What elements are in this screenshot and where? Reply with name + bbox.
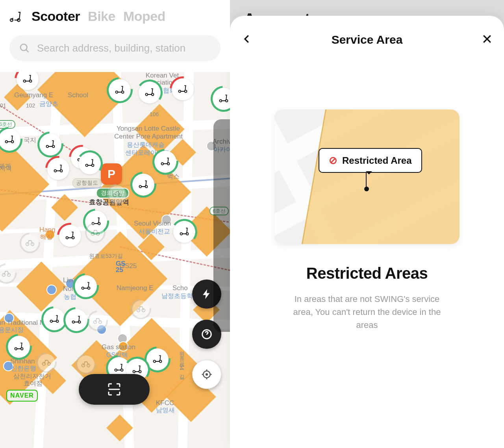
scooter-pin[interactable] — [43, 308, 65, 330]
map-screen: Scooter Bike Moped — [0, 0, 230, 448]
svg-point-39 — [154, 360, 156, 363]
svg-point-51 — [2, 273, 6, 276]
svg-point-7 — [146, 93, 148, 96]
svg-point-57 — [43, 362, 46, 365]
svg-point-59 — [82, 364, 85, 367]
map-canvas[interactable]: Geumyang E 금양초 School Korean Vet ciation… — [0, 72, 230, 448]
tooltip-label: Restricted Area — [342, 155, 412, 166]
svg-point-42 — [121, 369, 123, 371]
close-icon[interactable] — [481, 33, 493, 46]
svg-point-20 — [60, 170, 63, 172]
scooter-pin[interactable] — [0, 129, 20, 151]
tab-moped[interactable]: Moped — [123, 9, 165, 24]
svg-point-18 — [92, 164, 94, 167]
scooter-pin[interactable] — [39, 133, 61, 156]
map-label-kr: 서울비전교 — [139, 228, 170, 235]
bottom-sheet: Service Area ⊘ Restricted Area Restricte… — [230, 16, 504, 448]
svg-point-56 — [99, 320, 102, 324]
scooter-pin[interactable] — [154, 151, 176, 173]
map-label: Geumyang E — [14, 92, 53, 99]
tab-scooter[interactable]: Scooter — [32, 9, 80, 24]
svg-point-50 — [96, 232, 100, 235]
svg-point-3 — [116, 91, 118, 93]
info-title: Restricted Areas — [241, 265, 493, 282]
scooter-pin[interactable] — [173, 221, 195, 243]
map-label: Namjeong E — [117, 285, 154, 292]
svg-point-36 — [78, 321, 81, 323]
scooter-pin[interactable] — [75, 275, 97, 297]
map-label-kr: 효여점 — [24, 380, 43, 387]
map-label: 원효로64길 — [179, 348, 185, 376]
svg-point-54 — [142, 309, 145, 312]
scooter-pin[interactable] — [79, 152, 101, 174]
svg-point-60 — [87, 364, 90, 367]
svg-point-4 — [122, 91, 124, 93]
svg-point-41 — [115, 369, 117, 371]
scooter-pin[interactable] — [8, 336, 30, 358]
svg-point-55 — [94, 320, 97, 324]
map-label-kr: 신한은행 — [11, 365, 36, 372]
sheet-title: Service Area — [332, 33, 403, 46]
svg-point-58 — [48, 362, 51, 365]
map-label: Hang — [39, 226, 56, 234]
scooter-pin[interactable] — [172, 78, 194, 100]
scooter-pin[interactable] — [17, 72, 39, 90]
restricted-area-tooltip: ⊘ Restricted Area — [319, 148, 422, 173]
locate-fab[interactable] — [192, 360, 221, 389]
svg-point-32 — [88, 287, 90, 289]
map-label: Korean Vet — [146, 72, 179, 80]
prohibited-icon: ⊘ — [329, 154, 337, 167]
svg-point-13 — [46, 145, 49, 148]
map-label-kr: 금양초 — [39, 100, 58, 107]
search-icon — [19, 43, 30, 54]
map-label-kr: 남영새 — [156, 407, 175, 414]
info-screen: Account Go to Profile Service Area — [230, 0, 504, 448]
svg-point-8 — [152, 93, 154, 96]
map-label: Scho — [172, 285, 188, 292]
scooter-pin[interactable] — [65, 309, 87, 331]
svg-point-35 — [72, 321, 75, 323]
scooter-pin[interactable] — [59, 225, 81, 247]
svg-point-49 — [91, 232, 94, 235]
search-bar[interactable] — [9, 35, 220, 61]
svg-point-29 — [66, 237, 69, 239]
map-label-kr: 지역 — [0, 165, 12, 172]
map-label: 01 — [0, 103, 6, 109]
svg-point-53 — [137, 309, 140, 312]
map-label: 106 — [150, 111, 159, 117]
svg-point-10 — [226, 100, 228, 102]
info-body: In areas that are not SWING's service ar… — [284, 292, 450, 331]
svg-point-28 — [186, 233, 189, 235]
bike-pin-disabled — [132, 300, 150, 318]
map-label-kr: 용산롯데캐슬 — [127, 141, 165, 148]
scooter-pin[interactable] — [139, 81, 161, 104]
map-label: School — [68, 92, 88, 99]
search-input[interactable] — [37, 42, 211, 54]
map-label: 102 — [26, 103, 35, 109]
svg-point-9 — [220, 100, 222, 102]
svg-point-6 — [185, 90, 187, 93]
parking-marker[interactable]: P — [101, 163, 122, 185]
scooter-pin[interactable] — [132, 174, 154, 196]
scooter-icon — [9, 9, 24, 24]
map-label-kr: 해장 — [40, 233, 53, 241]
scan-button[interactable] — [79, 374, 150, 405]
map-label-kr: 삼천리자전거 — [13, 373, 51, 380]
road-name-pill: 공항철도 — [72, 178, 102, 188]
tab-bike[interactable]: Bike — [88, 9, 115, 24]
svg-point-40 — [159, 360, 162, 363]
svg-point-5 — [179, 90, 181, 93]
scooter-pin[interactable] — [213, 88, 230, 110]
map-label-kr: 국지 — [24, 137, 36, 144]
svg-point-21 — [161, 163, 164, 165]
bike-pin-disabled — [109, 185, 126, 203]
svg-point-24 — [145, 185, 148, 188]
back-icon[interactable] — [241, 33, 253, 46]
svg-point-30 — [72, 237, 74, 239]
svg-point-45 — [26, 243, 29, 246]
map-label: 원효로53가길 — [89, 253, 123, 259]
map-label: KFCC — [156, 400, 174, 407]
svg-point-37 — [15, 348, 17, 350]
scooter-pin[interactable] — [109, 79, 131, 101]
scooter-pin[interactable] — [47, 158, 69, 180]
